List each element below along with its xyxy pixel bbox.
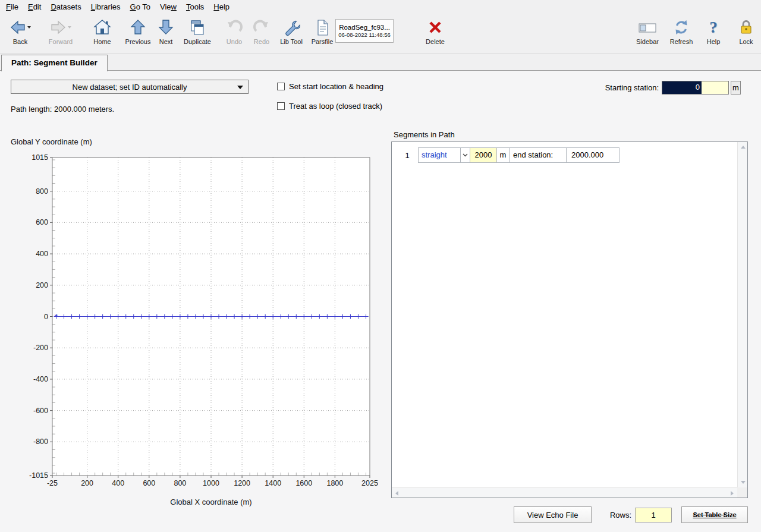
scrollbar-corner: [737, 487, 747, 498]
sidebar-label: Sidebar: [636, 38, 659, 45]
svg-text:1015: 1015: [32, 153, 48, 162]
previous-button[interactable]: Previous: [124, 17, 152, 45]
menu-tools[interactable]: Tools: [181, 0, 209, 14]
svg-text:Global Y coordinate (m): Global Y coordinate (m): [11, 137, 92, 146]
path-preview-chart: -25200400600800100012001400160018002025-…: [0, 135, 392, 512]
svg-text:400: 400: [36, 250, 48, 258]
horizontal-scrollbar[interactable]: [392, 487, 737, 498]
menu-datasets[interactable]: Datasets: [46, 0, 86, 14]
toolbar: Back Forward Home Previous Next: [0, 14, 761, 53]
arrow-up-icon: [129, 17, 147, 38]
duplicate-button[interactable]: Duplicate: [182, 17, 213, 45]
set-start-checkbox-row: Set start location & heading: [277, 82, 383, 91]
svg-text:-400: -400: [33, 375, 48, 383]
tab-path-segment-builder[interactable]: Path: Segment Builder: [1, 55, 108, 71]
sidebar-icon: [637, 17, 658, 38]
starting-station-input-rest: [702, 81, 728, 94]
svg-text:1800: 1800: [326, 479, 343, 487]
home-icon: [93, 17, 111, 38]
view-echo-file-button[interactable]: View Echo File: [514, 506, 592, 523]
svg-text:600: 600: [143, 479, 155, 487]
svg-text:1000: 1000: [203, 479, 219, 487]
svg-text:0: 0: [44, 313, 48, 321]
segment-length-field[interactable]: 2000: [470, 147, 497, 163]
duplicate-icon: [188, 17, 206, 38]
previous-label: Previous: [125, 38, 151, 45]
svg-text:2025: 2025: [361, 479, 378, 487]
forward-button[interactable]: Forward: [46, 17, 75, 45]
svg-text:400: 400: [112, 479, 124, 487]
vertical-scrollbar[interactable]: [737, 142, 747, 487]
svg-text:-1015: -1015: [29, 471, 48, 480]
forward-dropdown-icon: [68, 26, 71, 29]
menu-goto[interactable]: Go To: [125, 0, 155, 14]
segments-panel-title: Segments in Path: [394, 130, 455, 139]
svg-text:800: 800: [174, 479, 186, 487]
forward-label: Forward: [49, 38, 73, 45]
wrench-icon: [282, 17, 300, 38]
screen-content: New dataset; set ID automatically Path l…: [0, 71, 761, 532]
menu-help[interactable]: Help: [209, 0, 234, 14]
next-button[interactable]: Next: [156, 17, 176, 45]
starting-station-value: 0: [662, 81, 702, 94]
scroll-down-icon[interactable]: [738, 477, 748, 487]
lib-tool-button[interactable]: Lib Tool: [278, 17, 304, 45]
svg-text:-800: -800: [33, 437, 48, 446]
loop-label: Treat as loop (closed track): [289, 102, 382, 111]
parsfile-button[interactable]: Parsfile: [309, 17, 335, 45]
refresh-label: Refresh: [670, 38, 693, 45]
delete-button[interactable]: Delete: [422, 17, 448, 45]
segment-type-select[interactable]: straight: [418, 147, 461, 163]
redo-button[interactable]: Redo: [251, 17, 272, 45]
menu-file[interactable]: File: [1, 0, 23, 14]
help-label: Help: [707, 38, 721, 45]
help-button[interactable]: ?? Help: [700, 17, 727, 45]
back-button[interactable]: Back: [6, 17, 34, 45]
scroll-left-icon[interactable]: [392, 488, 402, 498]
menu-edit[interactable]: Edit: [23, 0, 46, 14]
svg-text:-25: -25: [47, 479, 58, 487]
svg-text:1400: 1400: [265, 479, 281, 487]
svg-text:Global X coordinate (m): Global X coordinate (m): [170, 498, 251, 506]
undo-icon: [225, 17, 243, 38]
svg-text:-200: -200: [33, 344, 48, 352]
set-start-checkbox[interactable]: [277, 83, 285, 90]
back-dropdown-icon[interactable]: [27, 26, 31, 29]
dataset-action-value: New dataset; set ID automatically: [73, 83, 187, 92]
set-table-size-button[interactable]: Set Table Size: [681, 506, 748, 523]
sidebar-button[interactable]: Sidebar: [634, 17, 661, 45]
app-window: File Edit Datasets Libraries Go To View …: [0, 0, 761, 532]
segment-row-number: 1: [401, 151, 413, 160]
starting-station-unit: m: [731, 81, 741, 95]
home-button[interactable]: Home: [90, 17, 114, 45]
menu-bar: File Edit Datasets Libraries Go To View …: [0, 0, 761, 14]
lock-icon: [738, 17, 754, 38]
home-label: Home: [93, 38, 111, 45]
segments-panel: 1 straight 2000 m end station: 2000.000: [391, 141, 748, 498]
forward-arrow-icon: [51, 17, 71, 38]
scroll-right-icon[interactable]: [727, 488, 737, 498]
scroll-up-icon[interactable]: [738, 142, 748, 152]
lib-tool-label: Lib Tool: [280, 38, 303, 45]
segment-row: 1 straight 2000 m end station: 2000.000: [401, 147, 620, 163]
menu-view[interactable]: View: [155, 0, 181, 14]
question-mark-icon: ??: [705, 17, 722, 38]
undo-button[interactable]: Undo: [224, 17, 245, 45]
end-station-value: 2000.000: [566, 147, 620, 163]
dataset-action-dropdown[interactable]: New dataset; set ID automatically: [11, 80, 249, 94]
back-arrow-icon: [10, 17, 31, 38]
svg-text:1600: 1600: [295, 479, 312, 487]
rows-field[interactable]: 1: [635, 508, 672, 522]
rows-label: Rows:: [605, 511, 631, 520]
segment-unit-label: m: [496, 147, 510, 163]
segment-type-chevron-down-icon[interactable]: [460, 147, 470, 163]
path-length-text: Path length: 2000.000 meters.: [11, 105, 114, 114]
document-icon: [313, 17, 331, 38]
refresh-button[interactable]: Refresh: [668, 17, 694, 45]
starting-station-input[interactable]: 0: [662, 81, 729, 95]
loop-checkbox[interactable]: [277, 102, 285, 110]
lock-button[interactable]: Lock: [734, 17, 759, 45]
undo-label: Undo: [227, 38, 242, 45]
back-label: Back: [13, 38, 27, 45]
menu-libraries[interactable]: Libraries: [86, 0, 125, 14]
